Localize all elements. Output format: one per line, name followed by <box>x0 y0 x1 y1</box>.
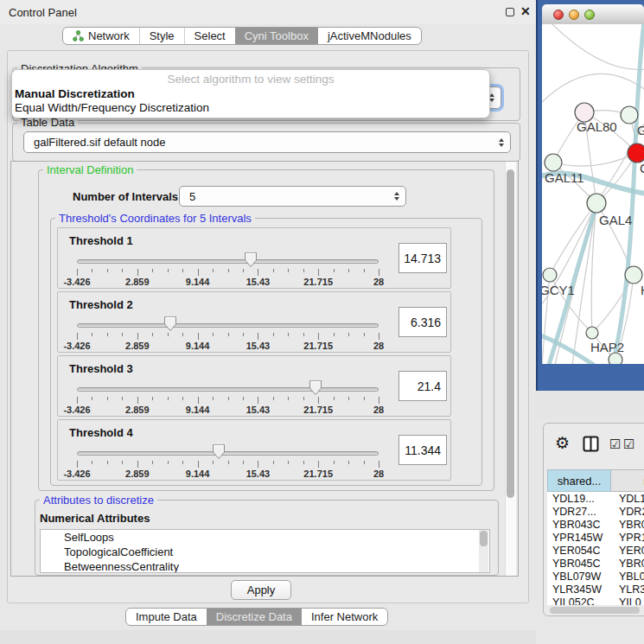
slider-track[interactable] <box>77 323 379 328</box>
tab-impute-data[interactable]: Impute Data <box>126 609 207 625</box>
threshold-value-field[interactable]: 11.344 <box>399 435 447 465</box>
slider-track[interactable] <box>77 451 379 456</box>
slider-track[interactable] <box>77 259 379 264</box>
column-header-name[interactable]: na <box>611 469 644 492</box>
tab-infer-network[interactable]: Infer Network <box>302 609 387 625</box>
scale-label: 9.144 <box>186 277 210 287</box>
threshold-value-field[interactable]: 6.316 <box>399 307 447 337</box>
table-cell[interactable]: YPR145W <box>547 532 611 544</box>
tab-cyni-toolbox[interactable]: Cyni Toolbox <box>235 28 318 44</box>
tick-mark <box>213 333 214 336</box>
network-node[interactable] <box>586 327 598 339</box>
scale-label: 15.43 <box>246 469 271 479</box>
scale-label: -3.426 <box>63 469 90 479</box>
threshold-label: Threshold 3 <box>69 362 450 375</box>
table-cell[interactable]: YIL052C <box>547 596 611 606</box>
threshold-value-field[interactable]: 21.4 <box>399 371 447 401</box>
table-row[interactable]: YDR27...YDR2 <box>547 505 644 518</box>
table-cell[interactable]: YLR345W <box>547 583 611 596</box>
table-row[interactable]: YBR045CYBR0 <box>547 557 644 570</box>
numerical-attributes-list[interactable]: SelfLoopsTopologicalCoefficientBetweenne… <box>40 529 490 573</box>
scale-label: 21.715 <box>303 277 333 287</box>
tick-mark <box>182 333 183 336</box>
tab-style[interactable]: Style <box>139 28 184 44</box>
table-cell[interactable]: YBR0 <box>611 519 644 531</box>
table-row[interactable]: YDL19...YDL1 <box>547 492 644 505</box>
table-cell[interactable]: YBL0 <box>611 571 644 583</box>
table-row[interactable]: YBR043CYBR0 <box>547 518 644 531</box>
table-cell[interactable]: YER0 <box>611 545 644 557</box>
attributes-scrollbar-thumb[interactable] <box>480 531 488 546</box>
table-cell[interactable]: YDL1 <box>611 493 644 505</box>
zoom-traffic-light-icon[interactable] <box>584 10 595 20</box>
table-cell[interactable]: YIL0 <box>611 596 641 606</box>
table-row[interactable]: YIL052CYIL0 <box>547 596 644 605</box>
checkbox-icon[interactable]: ☑ <box>623 437 634 452</box>
threshold-slider[interactable]: -3.4262.8599.14415.4321.71528 <box>77 379 379 413</box>
tick-mark <box>379 397 379 404</box>
threshold-slider[interactable]: -3.4262.8599.14415.4321.71528 <box>77 443 379 477</box>
gear-icon[interactable]: ⚙ <box>555 433 570 453</box>
table-row[interactable]: YBL079WYBL0 <box>547 570 644 583</box>
dropdown-option-manual-discretization[interactable]: Manual Discretization <box>12 87 489 101</box>
threshold-value-field[interactable]: 14.713 <box>399 243 447 273</box>
tab-network[interactable]: Network <box>63 28 139 44</box>
table-cell[interactable]: YBR043C <box>547 519 611 531</box>
network-node[interactable] <box>543 268 557 282</box>
threshold-list: Threshold 1 -3.4262.8599.14415.4321.7152… <box>57 227 453 483</box>
scale-label: 28 <box>373 405 384 415</box>
table-body[interactable]: YDL19...YDL1YDR27...YDR2YBR043CYBR0YPR14… <box>547 492 644 605</box>
tab-select[interactable]: Select <box>184 28 235 44</box>
dropdown-option-equal-width[interactable]: Equal Width/Frequency Discretization <box>12 101 489 115</box>
network-canvas[interactable]: GAL80GACGAL11GAL4GCY1HHAP2 <box>542 24 644 364</box>
threshold-coordinates-group-title: Threshold's Coordinates for 5 Intervals <box>55 212 255 225</box>
attribute-list-item[interactable]: BetweennessCentrality <box>41 559 489 573</box>
table-cell[interactable]: YLR3 <box>611 583 644 596</box>
attribute-list-item[interactable]: TopologicalCoefficient <box>41 545 489 559</box>
table-cell[interactable]: YBR0 <box>611 558 644 570</box>
tab-jactivemnodules[interactable]: jActiveMNodules <box>318 28 421 44</box>
network-node[interactable] <box>545 154 562 171</box>
network-node[interactable] <box>628 143 644 163</box>
table-row[interactable]: YPR145WYPR1 <box>547 531 644 544</box>
close-traffic-light-icon[interactable] <box>553 10 564 20</box>
tick-mark <box>318 269 319 276</box>
vertical-scrollbar-thumb[interactable] <box>507 169 514 498</box>
threshold-slider[interactable]: -3.4262.8599.14415.4321.71528 <box>77 315 379 349</box>
tick-mark <box>364 269 365 272</box>
network-node[interactable] <box>621 106 638 124</box>
network-window-titlebar[interactable] <box>542 4 644 24</box>
table-cell[interactable]: YER054C <box>547 545 611 557</box>
slider-track[interactable] <box>77 387 379 392</box>
number-of-intervals-select[interactable]: 5 <box>179 186 406 207</box>
minimize-traffic-light-icon[interactable] <box>569 10 579 20</box>
tab-discretize-data[interactable]: Discretize Data <box>207 609 302 625</box>
close-icon[interactable]: ✕ <box>520 4 531 18</box>
tick-mark <box>379 269 379 276</box>
slider-thumb[interactable] <box>163 316 177 332</box>
horizontal-scrollbar-thumb[interactable] <box>550 607 640 614</box>
slider-thumb[interactable] <box>212 443 226 460</box>
slider-thumb[interactable] <box>244 252 258 268</box>
apply-button[interactable]: Apply <box>231 580 291 600</box>
threshold-slider[interactable]: -3.4262.8599.14415.4321.71528 <box>77 251 379 285</box>
table-cell[interactable]: YDR27... <box>547 506 611 518</box>
network-edge <box>550 203 596 275</box>
checkbox-icon[interactable]: ☑ <box>609 437 621 452</box>
slider-thumb[interactable] <box>309 379 322 396</box>
table-cell[interactable]: YDR2 <box>611 506 644 518</box>
table-data-select[interactable]: galFiltered.sif default node <box>23 131 511 153</box>
network-node[interactable] <box>625 266 642 284</box>
attribute-list-item[interactable]: SelfLoops <box>41 530 489 545</box>
float-window-icon[interactable] <box>506 8 514 16</box>
network-node[interactable] <box>609 353 622 364</box>
split-view-icon[interactable] <box>583 436 599 452</box>
table-row[interactable]: YLR345WYLR3 <box>547 583 644 596</box>
table-cell[interactable]: YDL19... <box>547 493 611 505</box>
network-node[interactable] <box>587 194 606 213</box>
table-cell[interactable]: YPR1 <box>611 532 644 544</box>
column-header-shared-name[interactable]: shared... <box>547 469 611 492</box>
table-cell[interactable]: YBL079W <box>547 571 611 583</box>
table-cell[interactable]: YBR045C <box>547 558 611 570</box>
table-row[interactable]: YER054CYER0 <box>547 544 644 557</box>
